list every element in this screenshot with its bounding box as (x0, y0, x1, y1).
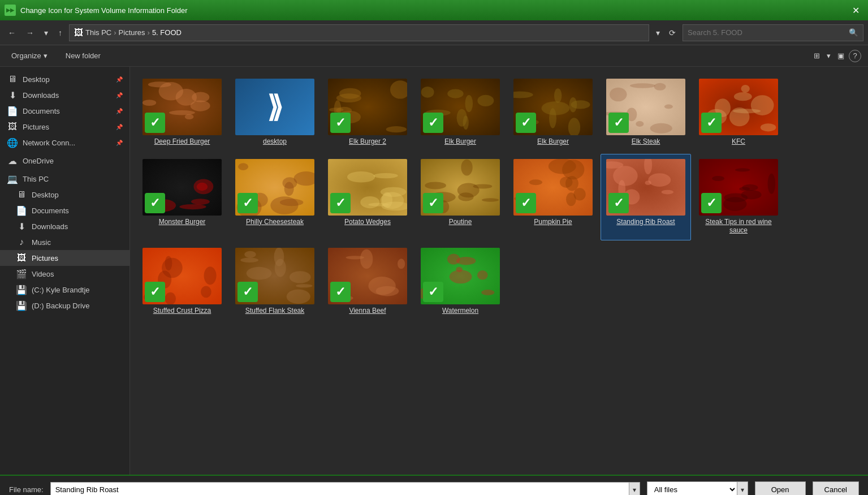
svg-point-152 (456, 266, 463, 272)
nav-back-button[interactable]: ← (5, 26, 19, 40)
filename-dropdown-button[interactable]: ▾ (629, 482, 640, 495)
view-controls: ⊞ ▾ ▣ ? (811, 49, 861, 62)
file-item[interactable]: ✓Stuffed Flank Steak (230, 243, 320, 321)
svg-point-127 (296, 284, 312, 287)
file-item[interactable]: ⟫desktop (230, 74, 320, 152)
svg-point-102 (648, 173, 671, 187)
file-item[interactable]: ✓Elk Steak (601, 74, 691, 152)
nav-history-button[interactable]: ▾ (41, 26, 51, 40)
sidebar-item-downloads-quick[interactable]: ⬇ Downloads 📌 (0, 87, 129, 103)
file-item[interactable]: ✓Elk Burger 2 (322, 74, 413, 152)
svg-point-124 (165, 256, 172, 270)
d-drive-icon: 💾 (16, 300, 27, 311)
sidebar-item-d-drive[interactable]: 💾 (D:) Backup Drive (0, 298, 129, 313)
file-item[interactable]: ✓Monster Burger (137, 154, 227, 240)
sidebar-item-documents[interactable]: 📄 Documents (0, 203, 129, 218)
svg-point-142 (398, 259, 405, 269)
svg-point-134 (290, 271, 311, 283)
sidebar-item-downloads[interactable]: ⬇ Downloads (0, 218, 129, 234)
file-thumbnail: ✓ (142, 248, 222, 304)
svg-point-69 (282, 177, 297, 188)
view-layout-button[interactable]: ⊞ (811, 49, 822, 62)
svg-point-106 (613, 166, 637, 186)
file-item[interactable]: ✓Steak Tips in red wine sauce (693, 154, 784, 240)
file-item[interactable]: ✓Standing Rib Roast (601, 154, 691, 240)
file-thumbnail: ✓ (328, 159, 407, 216)
file-thumbnail: ✓ (699, 159, 778, 216)
svg-point-21 (463, 115, 469, 130)
sidebar-item-desktop[interactable]: 🖥 Desktop (0, 187, 129, 203)
sidebar-item-desktop-quick[interactable]: 🖥 Desktop 📌 (0, 71, 129, 87)
svg-point-151 (450, 270, 472, 283)
sidebar-item-documents-quick[interactable]: 📄 Documents 📌 (0, 103, 129, 119)
search-submit-button[interactable]: 🔍 (849, 28, 858, 37)
file-item[interactable]: ✓Vienna Beef (322, 243, 413, 321)
filename-input[interactable] (50, 482, 629, 495)
thispc-section: 💻 This PC 🖥 Desktop 📄 Documents ⬇ Downlo… (0, 171, 129, 313)
file-selected-check: ✓ (608, 113, 629, 133)
file-item[interactable]: ✓Poutine (415, 154, 506, 240)
file-label: Deep Fried Burger (154, 137, 210, 147)
svg-point-26 (465, 95, 473, 112)
filetype-dropdown-button[interactable]: ▾ (737, 481, 748, 495)
breadcrumb-dropdown-button[interactable]: ▾ (653, 26, 663, 40)
svg-point-47 (741, 85, 749, 93)
sidebar-item-c-drive[interactable]: 💾 (C:) Kyle Brandtje (0, 282, 129, 298)
network-icon: 🌐 (7, 137, 18, 148)
svg-point-25 (421, 87, 434, 98)
sidebar-item-pictures[interactable]: 🖼 Pictures (0, 250, 129, 266)
breadcrumb-food: 5. FOOD (152, 28, 182, 37)
close-button[interactable]: ✕ (848, 2, 863, 18)
file-item[interactable]: ✓Philly Cheesesteak (230, 154, 320, 240)
sidebar-item-pictures-quick[interactable]: 🖼 Pictures 📌 (0, 119, 129, 135)
filetype-select[interactable]: All files Image Files (647, 481, 737, 495)
file-item[interactable]: ✓Potato Wedges (322, 154, 413, 240)
file-thumbnail: ⟫ (235, 79, 314, 135)
sidebar-item-thispc[interactable]: 💻 This PC (0, 171, 129, 187)
nav-up-button[interactable]: ↑ (55, 26, 66, 40)
file-label: Monster Burger (159, 218, 206, 227)
svg-point-56 (179, 204, 206, 209)
downloads-icon: ⬇ (7, 90, 18, 101)
svg-point-61 (191, 199, 210, 205)
svg-point-51 (761, 123, 776, 131)
file-item[interactable]: ✓Elk Burger (508, 74, 598, 152)
svg-point-44 (630, 83, 655, 88)
file-item[interactable]: ✓KFC (693, 74, 784, 152)
file-item[interactable]: ✓Deep Fried Burger (137, 74, 227, 152)
help-button[interactable]: ? (849, 50, 861, 62)
organize-button[interactable]: Organize ▾ (7, 49, 52, 62)
svg-point-46 (734, 92, 752, 101)
thispc-icon: 💻 (7, 174, 18, 184)
file-thumbnail: ✓ (142, 159, 222, 216)
svg-point-17 (386, 126, 407, 132)
refresh-button[interactable]: ⟳ (666, 26, 679, 40)
nav-forward-button[interactable]: → (23, 26, 37, 40)
sidebar-item-videos[interactable]: 🎬 Videos (0, 266, 129, 282)
search-input[interactable] (688, 28, 849, 37)
preview-pane-button[interactable]: ▣ (835, 49, 847, 62)
svg-point-85 (461, 159, 472, 175)
svg-point-75 (347, 171, 375, 182)
svg-point-8 (142, 100, 156, 106)
svg-point-114 (741, 190, 762, 199)
sidebar-item-network[interactable]: 🌐 Network Conn... 📌 (0, 135, 129, 150)
new-folder-button[interactable]: New folder (61, 49, 105, 62)
breadcrumb[interactable]: 🖼 This PC › Pictures › 5. FOOD (69, 24, 649, 41)
svg-point-31 (569, 97, 577, 113)
sidebar-item-music[interactable]: ♪ Music (0, 234, 129, 250)
svg-point-34 (554, 88, 562, 102)
open-button[interactable]: Open (755, 481, 806, 495)
sidebar: 🖥 Desktop 📌 ⬇ Downloads 📌 📄 Documents 📌 … (0, 67, 130, 475)
cancel-button[interactable]: Cancel (813, 481, 859, 495)
svg-point-137 (360, 249, 373, 269)
file-item[interactable]: ✓Elk Burger (415, 74, 506, 152)
file-item[interactable]: ✓Watermelon (415, 243, 506, 321)
view-dropdown-button[interactable]: ▾ (824, 49, 833, 62)
sidebar-item-onedrive[interactable]: ☁ OneDrive (0, 153, 129, 169)
search-box[interactable]: 🔍 (683, 24, 863, 41)
file-item[interactable]: ✓Pumpkin Pie (508, 154, 598, 240)
file-item[interactable]: ✓Stuffed Crust Pizza (137, 243, 227, 321)
svg-point-22 (447, 89, 463, 98)
svg-point-118 (204, 266, 217, 285)
